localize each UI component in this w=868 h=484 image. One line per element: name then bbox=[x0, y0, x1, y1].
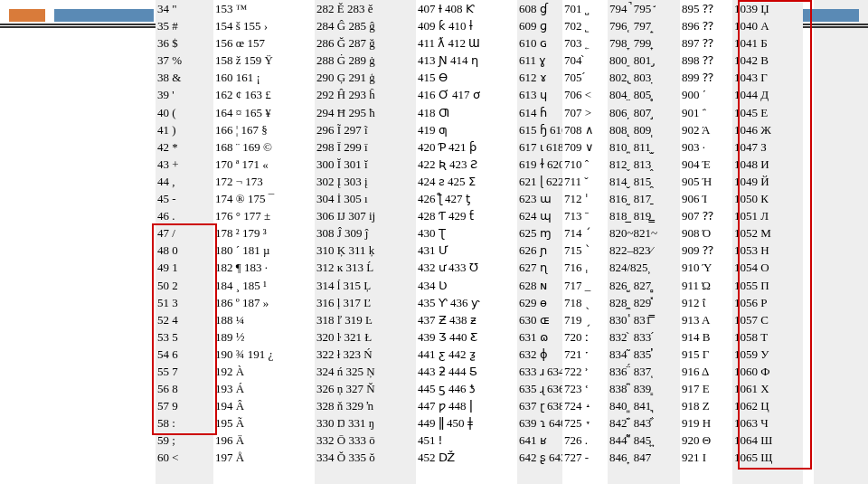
cell: 420 Ƥ 421 ƥ bbox=[416, 138, 517, 156]
cell: 705 ́ bbox=[562, 69, 608, 86]
cell: 820~821~ bbox=[608, 224, 680, 242]
cell: 904 Έ bbox=[680, 156, 732, 173]
cell: 639 ɿ 640 ʀ bbox=[517, 414, 562, 432]
cell: 915 Γ bbox=[680, 346, 732, 363]
cell: 1048 И bbox=[732, 156, 803, 173]
cell: 37 % bbox=[156, 52, 213, 69]
cell: 168 ¨ 169 © bbox=[213, 138, 315, 156]
cell: 197 Å bbox=[213, 449, 315, 466]
cell: 824/825 ̹ bbox=[608, 259, 680, 276]
cell: 716 ˌ bbox=[562, 259, 608, 276]
cell: 1054 О bbox=[732, 259, 803, 276]
cell: 611 ɣ bbox=[517, 52, 562, 69]
cell: 38 & bbox=[156, 69, 213, 86]
cell: 635 ɻ 636 ɼ bbox=[517, 380, 562, 397]
cell: 182 ¶ 183 · bbox=[213, 259, 315, 276]
cell: 296 Ĩ 297 ĩ bbox=[315, 121, 416, 138]
cell: 633 ɹ 634 ɺ bbox=[517, 363, 562, 380]
cell: 314 ĺ 315 Ļ bbox=[315, 277, 416, 294]
cell: 447 ƿ 448 ǀ bbox=[416, 397, 517, 414]
cell: 916 Δ bbox=[680, 363, 732, 380]
cell: 45 - bbox=[156, 190, 213, 207]
cell: 898 ⁇ bbox=[680, 52, 732, 69]
column-c4: 608 ɠ609 ɡ610 ɢ611 ɣ612 ɤ613 ɥ614 ɦ615 ɧ… bbox=[517, 0, 562, 484]
cell: 452 Ǆ bbox=[416, 449, 517, 466]
cell: 308 Ĵ 309 ĵ bbox=[315, 224, 416, 242]
cell: 703 ˿ bbox=[562, 34, 608, 52]
cell: 428 Ƭ 429 ƭ bbox=[416, 207, 517, 224]
cell: 899 ⁇ bbox=[680, 69, 732, 86]
cell: 796 ̜ 797 ̝ bbox=[608, 17, 680, 34]
cell: 706 < bbox=[562, 86, 608, 103]
cell: 615 ɧ 616 ɨ bbox=[517, 121, 562, 138]
cell: 48 0 bbox=[156, 242, 213, 259]
decor-bar-blue-left bbox=[54, 9, 154, 22]
cell: 47 / bbox=[156, 224, 213, 242]
cell: 1056 Р bbox=[732, 294, 803, 311]
cell: 415 Ɵ bbox=[416, 69, 517, 86]
cell: 913 Α bbox=[680, 311, 732, 328]
cell: 723 ˓ bbox=[562, 380, 608, 397]
cell: 717 _ bbox=[562, 277, 608, 294]
cell: 1047 З bbox=[732, 138, 803, 156]
cell: 822–823⁄ bbox=[608, 242, 680, 259]
cell: 724 ˔ bbox=[562, 397, 608, 414]
cell: 617 ɩ 618 ɪ bbox=[517, 138, 562, 156]
cell: 322 ł 323 Ń bbox=[315, 346, 416, 363]
cell: 409 ƙ 410 ƚ bbox=[416, 17, 517, 34]
cell: 195 Ã bbox=[213, 414, 315, 432]
cell: 419 ƣ bbox=[416, 121, 517, 138]
cell: 808 ̨ 809 ̩ bbox=[608, 121, 680, 138]
cell: 712 ˈ bbox=[562, 190, 608, 207]
cell: 624 ɰ bbox=[517, 207, 562, 224]
column-c5: 701 ˽702 ˾703 ˿704 ̀705 ́706 <707 >708 ∧… bbox=[562, 0, 608, 484]
cell: 160 161 ¡ bbox=[213, 69, 315, 86]
cell: 834 ͂ 835 ̓ bbox=[608, 346, 680, 363]
cell: 300 Ĭ 301 ĭ bbox=[315, 156, 416, 173]
cell: 1057 С bbox=[732, 311, 803, 328]
cell: 621 ɭ 622 ɮ bbox=[517, 173, 562, 190]
cell: 432 ư 433 Ʊ bbox=[416, 259, 517, 276]
cell: 39 ' bbox=[156, 86, 213, 103]
cell: 188 ¼ bbox=[213, 311, 315, 328]
cell: 707 > bbox=[562, 104, 608, 121]
cell: 284 Ĝ 285 ĝ bbox=[315, 17, 416, 34]
cell: 902 Ά bbox=[680, 121, 732, 138]
cell: 34 " bbox=[156, 0, 213, 17]
cell: 920 Θ bbox=[680, 432, 732, 449]
cell: 153 ™ bbox=[213, 0, 315, 17]
cell: 43 + bbox=[156, 156, 213, 173]
cell: 166 ¦ 167 § bbox=[213, 121, 315, 138]
cell: 192 À bbox=[213, 363, 315, 380]
cell: 714 ˊ bbox=[562, 224, 608, 242]
cell: 702 ˾ bbox=[562, 17, 608, 34]
cell: 1063 Ч bbox=[732, 414, 803, 432]
cell: 908 Ό bbox=[680, 224, 732, 242]
cell: 55 7 bbox=[156, 363, 213, 380]
cell: 914 Β bbox=[680, 328, 732, 346]
cell: 1041 Б bbox=[732, 34, 803, 52]
cell: 282 Ě 283 ě bbox=[315, 0, 416, 17]
cell: 439 Ʒ 440 Ƹ bbox=[416, 328, 517, 346]
cell: 812 ̬ 813 ̭ bbox=[608, 156, 680, 173]
cell: 60 < bbox=[156, 449, 213, 466]
cell: 910 Ύ bbox=[680, 259, 732, 276]
cell: 193 Á bbox=[213, 380, 315, 397]
cell: 186 º 187 » bbox=[213, 294, 315, 311]
cell: 318 ľ 319 Ŀ bbox=[315, 311, 416, 328]
cell: 830 ̾ 831 ̿ bbox=[608, 311, 680, 328]
column-c7: 895 ⁇896 ⁇897 ⁇898 ⁇899 ⁇900 ΄901 ΅902 Ά… bbox=[680, 0, 732, 484]
cell: 312 ĸ 313 Ĺ bbox=[315, 259, 416, 276]
cell: 424 ƨ 425 Ʃ bbox=[416, 173, 517, 190]
cell: 176 ° 177 ± bbox=[213, 207, 315, 224]
decor-bar-orange bbox=[9, 9, 45, 22]
cell: 832 ̀ 833 ́ bbox=[608, 328, 680, 346]
cell: 1053 Н bbox=[732, 242, 803, 259]
cell: 288 Ġ 289 ġ bbox=[315, 52, 416, 69]
cell: 1065 Щ bbox=[732, 449, 803, 466]
cell: 437 Ƶ 438 ƶ bbox=[416, 311, 517, 328]
cell: 897 ⁇ bbox=[680, 34, 732, 52]
cell: 726 . bbox=[562, 432, 608, 449]
cell: 637 ɽ 638 ɾ bbox=[517, 397, 562, 414]
cell: 1058 Т bbox=[732, 328, 803, 346]
